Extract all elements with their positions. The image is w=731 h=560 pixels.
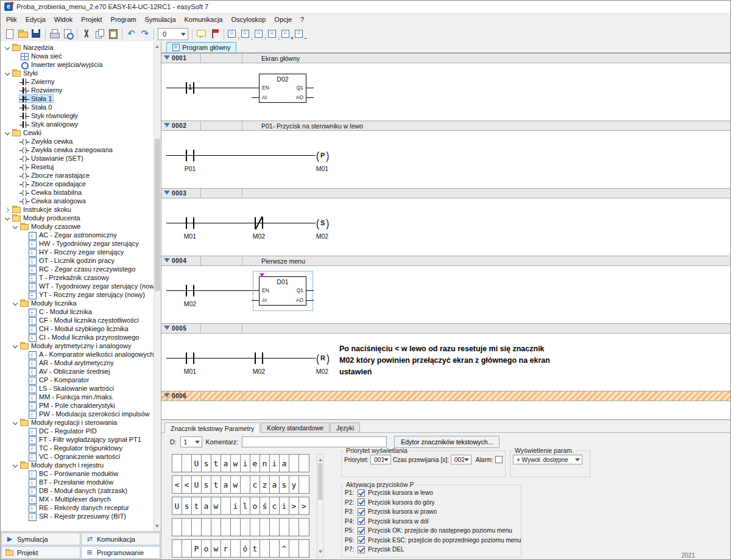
contact-m02[interactable]: [186, 285, 194, 296]
lcd-cell[interactable]: <: [182, 476, 192, 493]
tree-item-re-rekordy-danych-receptur[interactable]: RE - Rekordy danych receptur: [1, 503, 154, 512]
lcd-cell[interactable]: [260, 540, 270, 557]
lcd-cell[interactable]: t: [192, 497, 202, 514]
chevron-icon[interactable]: [3, 44, 11, 52]
rung-body[interactable]: P01 ( P ) M01: [161, 131, 730, 188]
tree-item-vc-ograniczenie-wartości[interactable]: VC - Ograniczenie wartości: [1, 452, 154, 461]
scroll-down-icon[interactable]: [319, 550, 322, 555]
chevron-icon[interactable]: [11, 461, 19, 469]
function-block-d02[interactable]: D02 EN AI Q1 AO: [259, 74, 306, 103]
rung-comment[interactable]: Ekran główny: [261, 55, 300, 62]
coil-p[interactable]: ( P ): [316, 149, 330, 162]
menu-item-symulacja[interactable]: Symulacja: [141, 14, 180, 25]
lcd-cell[interactable]: i: [231, 497, 241, 514]
symulacja-button[interactable]: ▶Symulacja: [1, 533, 80, 545]
tree-item-ci-moduł-licznika-przyrostowego[interactable]: CI - Moduł licznika przyrostowego: [1, 333, 154, 341]
lcd-cell[interactable]: [299, 476, 309, 493]
rung-marker-icon[interactable]: [164, 190, 170, 197]
scrollbar-thumb[interactable]: [155, 139, 160, 291]
lcd-cell[interactable]: [221, 519, 231, 536]
lcd-cell[interactable]: a: [270, 476, 280, 493]
collapse-all-icon[interactable]: −: [294, 27, 306, 40]
lcd-cell[interactable]: [250, 519, 260, 536]
tree-item-yt-roczny-zegar-sterujący-nowy[interactable]: YT - Roczny zegar sterujący (nowy): [1, 290, 154, 299]
tree-item-ch-moduł-szybkiego-licznika[interactable]: CH - Moduł szybkiego licznika: [1, 324, 154, 333]
lcd-cell[interactable]: t: [250, 540, 260, 557]
tree-item-moduły-producenta[interactable]: Moduły producenta: [1, 214, 154, 222]
tree-item-pw-modulacja-szerokości-impulsów[interactable]: PW - Modulacja szerokości impulsów: [1, 410, 154, 418]
tree-item-cewka-analogowa[interactable]: Cewka analogowa: [1, 197, 154, 205]
tree-item-inwerter-wejścia-wyjścia[interactable]: Inwerter wejścia/wyjścia: [1, 60, 154, 69]
paste-icon[interactable]: [107, 27, 119, 40]
tree-item-a-komparator-wielkości-analogowych[interactable]: A - Komparator wielkości analogowych: [1, 350, 154, 359]
lcd-cell[interactable]: [172, 519, 182, 536]
lcd-cell[interactable]: ó: [241, 540, 250, 557]
lcd-cell[interactable]: [289, 519, 299, 536]
tab-kolory-standardowe[interactable]: Kolory standardowe: [261, 422, 330, 432]
tree-item-ls-skalowanie-wartości[interactable]: LS - Skalowanie wartości: [1, 384, 154, 393]
rung-body[interactable]: M02 D01 EN AI Q1 AO: [161, 266, 730, 323]
lcd-cell[interactable]: >: [299, 497, 309, 514]
rung-body[interactable]: [161, 401, 730, 411]
lcd-cell[interactable]: [231, 540, 241, 557]
tree-item-t-przekaźnik-czasowy[interactable]: T - Przekaźnik czasowy: [1, 273, 154, 282]
tree-item-bt-przesłanie-modułów[interactable]: BT - Przesłanie modułów: [1, 478, 154, 486]
print-preview-icon[interactable]: [62, 27, 74, 40]
tree-item-hy-roczny-zegar-sterujący[interactable]: HY - Roczny zegar sterujący: [1, 248, 154, 256]
lcd-cell[interactable]: c: [270, 497, 280, 514]
lcd-cell[interactable]: w: [211, 497, 221, 514]
tree-item-styk-równoległy[interactable]: Styk równoległy: [1, 111, 154, 120]
lcd-cell[interactable]: i: [280, 497, 289, 514]
lcd-cell[interactable]: l: [241, 497, 250, 514]
tab-znacznik-tekstowy-parametry[interactable]: Znacznik tekstowy Parametry: [164, 422, 260, 433]
chevron-icon[interactable]: [3, 69, 11, 77]
lcd-cell[interactable]: s: [202, 476, 211, 493]
contact-m02[interactable]: [255, 352, 263, 364]
tree-item-cf-moduł-licznika-częstotliwości[interactable]: CF - Moduł licznika częstotliwości: [1, 316, 154, 324]
lcd-scrollbar[interactable]: [317, 454, 323, 558]
new-icon[interactable]: [3, 27, 16, 40]
lcd-cell[interactable]: i: [270, 455, 280, 472]
chevron-icon[interactable]: [3, 129, 11, 137]
move-down-icon[interactable]: ↓: [267, 27, 280, 40]
lcd-cell[interactable]: [241, 519, 250, 536]
tree-item-ot-licznik-godzin-pracy[interactable]: OT - Licznik godzin pracy: [1, 256, 154, 265]
p-checkbox[interactable]: [358, 546, 365, 553]
lcd-cell[interactable]: s: [182, 497, 192, 514]
lcd-cell[interactable]: [270, 540, 280, 557]
rung-header[interactable]: 0005: [161, 323, 730, 334]
contact-m02-nc[interactable]: [255, 217, 263, 229]
tree-item-ft-filtr-wygładzający-sygnał-pt1[interactable]: FT - Filtr wygładzający sygnał PT1: [1, 435, 154, 444]
contact-m01[interactable]: [186, 217, 194, 229]
tree-item-styk-analogowy[interactable]: Styk analogowy: [1, 120, 154, 128]
tree-item-mm-funkcja-min-maks[interactable]: MM - Funkcja min./maks.: [1, 393, 154, 401]
tree-item-ar-moduł-arytmetyczny[interactable]: AR - Moduł arytmetyczny: [1, 359, 154, 367]
coil-s[interactable]: ( S ): [316, 216, 330, 229]
lcd-cell[interactable]: [299, 519, 309, 536]
tree-item-zbocze-narastające[interactable]: Zbocze narastające: [1, 171, 154, 180]
komunikacja-button[interactable]: ⇄Komunikacja: [81, 533, 160, 545]
lcd-cell[interactable]: w: [231, 476, 241, 493]
lcd-cell[interactable]: [241, 476, 250, 493]
lcd-cell[interactable]: [172, 455, 182, 472]
tree-item-mx-multiplexer-danych[interactable]: MX - Multiplexer danych: [1, 495, 154, 503]
tree-item-resetuj[interactable]: Resetuj: [1, 163, 154, 171]
p-checkbox[interactable]: [358, 517, 365, 525]
tree-item-tc-regulator-trójpunktowy[interactable]: TC - Regulator trójpunktowy: [1, 444, 154, 452]
lcd-cell[interactable]: ^: [280, 540, 289, 557]
lcd-cell[interactable]: o: [202, 540, 211, 557]
tree-scrollbar[interactable]: [154, 41, 161, 531]
tree-item-sr-rejestr-przesuwny-bit[interactable]: SR - Rejestr przesuwny (BIT): [1, 512, 154, 520]
rung-marker-icon[interactable]: [164, 325, 170, 332]
display-param-select[interactable]: + Wywoł. dostępne: [513, 455, 582, 464]
lcd-cell[interactable]: [299, 455, 309, 472]
lcd-cell[interactable]: [260, 519, 270, 536]
menu-item-opcje[interactable]: Opcje: [270, 14, 296, 25]
rung-header-selected[interactable]: 0006: [161, 391, 730, 401]
tree-item-hw-tygodniowy-zegar-sterujący[interactable]: HW - Tygodniowy zegar sterujący: [1, 239, 154, 248]
cut-icon[interactable]: [80, 27, 93, 40]
lcd-cell[interactable]: U: [172, 497, 182, 514]
lcd-cell[interactable]: [182, 519, 192, 536]
rung-body[interactable]: M01 M02 ( R ) M02 Po naciśnięciu < w lew…: [161, 334, 730, 391]
coil-r[interactable]: ( R ): [316, 351, 330, 365]
